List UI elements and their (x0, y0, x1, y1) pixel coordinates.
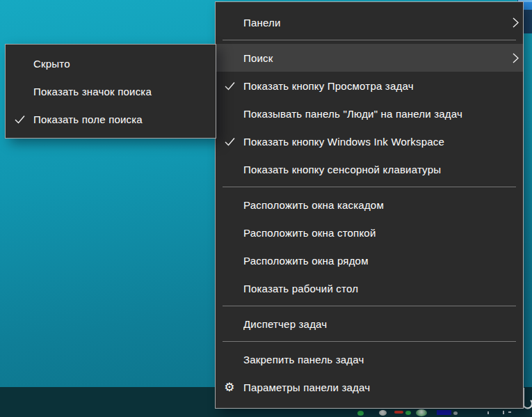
screen: Панели Поиск Показать кнопку Просмотра з… (0, 0, 532, 417)
menu-item-label: Показать кнопку Windows Ink Workspace (243, 136, 502, 148)
tray-clock-fragment (508, 411, 511, 413)
background-window-fragment (523, 10, 532, 33)
menu-separator (223, 341, 516, 342)
tray-clock-fragment (487, 411, 489, 414)
menu-item-lock-taskbar[interactable]: Закрепить панель задач (216, 345, 523, 373)
menu-item-toolbars[interactable]: Панели (216, 8, 523, 36)
submenu-item-show-search-box[interactable]: Показать поле поиска (6, 105, 216, 133)
tray-icon-green[interactable] (357, 411, 364, 416)
submenu-arrow-icon (502, 17, 523, 28)
menu-item-label: Параметры панели задач (243, 381, 502, 393)
tray-icon-red[interactable] (394, 411, 403, 414)
menu-separator (223, 40, 516, 40)
menu-item-label: Показать поле поиска (33, 113, 195, 125)
menu-item-label: Расположить окна рядом (243, 255, 502, 267)
menu-item-cascade-windows[interactable]: Расположить окна каскадом (216, 191, 523, 219)
tray-icon-blue-rect[interactable] (437, 410, 451, 415)
menu-item-label: Расположить окна каскадом (243, 199, 502, 211)
menu-item-label: Расположить окна стопкой (243, 227, 502, 239)
tray-icon-gray-orb[interactable] (379, 410, 387, 416)
menu-item-label: Диспетчер задач (243, 318, 502, 330)
menu-item-label: Скрыто (33, 58, 195, 70)
menu-item-label: Показать рабочий стол (243, 283, 502, 294)
menu-separator (223, 187, 516, 187)
tray-clock-fragment (503, 411, 504, 414)
menu-item-label: Показывать панель "Люди" на панели задач (243, 108, 502, 120)
menu-item-show-ink-workspace[interactable]: Показать кнопку Windows Ink Workspace (216, 127, 523, 155)
submenu-item-show-search-icon[interactable]: Показать значок поиска (6, 77, 216, 105)
menu-item-show-people[interactable]: Показывать панель "Люди" на панели задач (216, 100, 523, 127)
menu-item-taskbar-settings[interactable]: ⚙ Параметры панели задач (216, 373, 523, 401)
menu-item-show-task-view[interactable]: Показать кнопку Просмотра задач (216, 72, 523, 100)
checkmark-icon (216, 81, 243, 91)
checkmark-icon (6, 115, 33, 124)
submenu-arrow-icon (502, 53, 523, 63)
submenu-item-hidden[interactable]: Скрыто (6, 49, 216, 77)
menu-item-stack-windows[interactable]: Расположить окна стопкой (216, 219, 523, 246)
menu-item-show-desktop[interactable]: Показать рабочий стол (216, 274, 523, 302)
menu-item-label: Показать кнопку сенсорной клавиатуры (243, 164, 502, 175)
menu-item-label: Показать кнопку Просмотра задач (243, 80, 502, 92)
taskbar-context-menu: Панели Поиск Показать кнопку Просмотра з… (215, 1, 524, 409)
menu-item-label: Показать значок поиска (33, 86, 195, 97)
tray-icon-gray-dot[interactable] (453, 411, 458, 415)
menu-item-search[interactable]: Поиск (216, 44, 523, 72)
tray-icon-pale-orb[interactable] (416, 409, 427, 416)
menu-item-label: Закрепить панель задач (243, 354, 502, 365)
menu-separator (223, 306, 516, 306)
menu-item-label: Панели (243, 17, 502, 29)
checkmark-icon (216, 137, 243, 146)
gear-icon: ⚙ (216, 381, 243, 393)
menu-item-show-touch-keyboard[interactable]: Показать кнопку сенсорной клавиатуры (216, 155, 523, 183)
search-submenu: Скрыто Показать значок поиска Показать п… (5, 44, 216, 139)
menu-item-task-manager[interactable]: Диспетчер задач (216, 310, 523, 338)
tray-icon-green-small[interactable] (405, 411, 411, 415)
menu-item-label: Поиск (243, 52, 502, 64)
menu-item-side-by-side-windows[interactable]: Расположить окна рядом (216, 246, 523, 274)
